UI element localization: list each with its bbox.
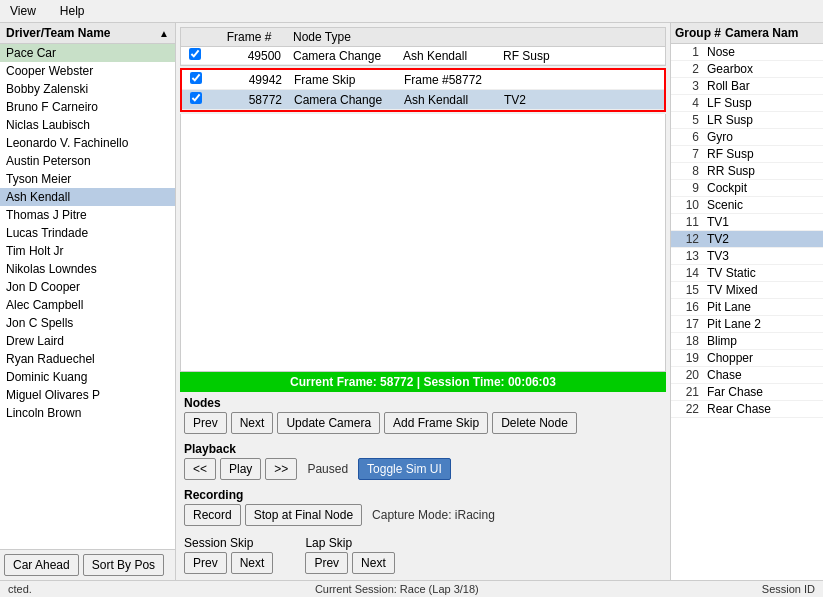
- delete-node-button[interactable]: Delete Node: [492, 412, 577, 434]
- lap-skip-buttons: Prev Next: [305, 552, 394, 574]
- camera-name: LR Susp: [707, 113, 819, 127]
- lap-skip-group: Lap Skip Prev Next: [305, 536, 394, 578]
- driver-header-label: Driver/Team Name: [6, 26, 111, 40]
- row-checkbox[interactable]: [181, 48, 209, 63]
- driver-list-item[interactable]: Lincoln Brown: [0, 404, 175, 422]
- capture-mode-label: Capture Mode: iRacing: [366, 506, 501, 524]
- camera-list-item[interactable]: 3Roll Bar: [671, 78, 823, 95]
- camera-group-number: 2: [675, 62, 707, 76]
- camera-group-number: 4: [675, 96, 707, 110]
- forward-button[interactable]: >>: [265, 458, 297, 480]
- camera-name: Gyro: [707, 130, 819, 144]
- camera-group-number: 3: [675, 79, 707, 93]
- camera-list-item[interactable]: 2Gearbox: [671, 61, 823, 78]
- driver-list-item[interactable]: Miguel Olivares P: [0, 386, 175, 404]
- driver-list-item[interactable]: Bruno F Carneiro: [0, 98, 175, 116]
- session-skip-label: Session Skip: [184, 536, 273, 550]
- camera-name: TV3: [707, 249, 819, 263]
- camera-list[interactable]: 1Nose2Gearbox3Roll Bar4LF Susp5LR Susp6G…: [671, 44, 823, 580]
- driver-list-item[interactable]: Cooper Webster: [0, 62, 175, 80]
- group-header: Group #: [675, 26, 725, 40]
- driver-list-buttons: Car Ahead Sort By Pos: [0, 549, 175, 580]
- driver-list-item[interactable]: Austin Peterson: [0, 152, 175, 170]
- camera-name: Nose: [707, 45, 819, 59]
- camera-name: LF Susp: [707, 96, 819, 110]
- row-extra2: RF Susp: [499, 49, 579, 63]
- camera-group-number: 11: [675, 215, 707, 229]
- driver-list-item[interactable]: Nikolas Lowndes: [0, 260, 175, 278]
- camera-list-item[interactable]: 5LR Susp: [671, 112, 823, 129]
- camera-list-item[interactable]: 9Cockpit: [671, 180, 823, 197]
- row-extra2: TV2: [500, 93, 580, 107]
- playback-section: Playback << Play >> Paused Toggle Sim UI: [176, 440, 670, 486]
- driver-list-item[interactable]: Dominic Kuang: [0, 368, 175, 386]
- lap-skip-next-button[interactable]: Next: [352, 552, 395, 574]
- driver-list-item[interactable]: Tim Holt Jr: [0, 242, 175, 260]
- driver-list-item[interactable]: Bobby Zalenski: [0, 80, 175, 98]
- camera-list-item[interactable]: 1Nose: [671, 44, 823, 61]
- car-ahead-button[interactable]: Car Ahead: [4, 554, 79, 576]
- camera-list-item[interactable]: 10Scenic: [671, 197, 823, 214]
- table-row[interactable]: 49500 Camera Change Ash Kendall RF Susp: [181, 47, 665, 65]
- camera-list-item[interactable]: 18Blimp: [671, 333, 823, 350]
- left-panel: Driver/Team Name ▲ Pace CarCooper Webste…: [0, 23, 176, 580]
- camera-list-item[interactable]: 15TV Mixed: [671, 282, 823, 299]
- menu-view[interactable]: View: [4, 2, 42, 20]
- driver-list-item[interactable]: Niclas Laubisch: [0, 116, 175, 134]
- driver-list-item[interactable]: Ash Kendall: [0, 188, 175, 206]
- driver-list-item[interactable]: Tyson Meier: [0, 170, 175, 188]
- update-camera-button[interactable]: Update Camera: [277, 412, 380, 434]
- camera-name: Scenic: [707, 198, 819, 212]
- table-row[interactable]: 58772 Camera Change Ash Kendall TV2: [182, 90, 664, 110]
- menu-help[interactable]: Help: [54, 2, 91, 20]
- driver-list-item[interactable]: Jon C Spells: [0, 314, 175, 332]
- camera-list-item[interactable]: 4LF Susp: [671, 95, 823, 112]
- camera-list-item[interactable]: 8RR Susp: [671, 163, 823, 180]
- stop-final-node-button[interactable]: Stop at Final Node: [245, 504, 362, 526]
- add-frame-skip-button[interactable]: Add Frame Skip: [384, 412, 488, 434]
- camera-list-item[interactable]: 17Pit Lane 2: [671, 316, 823, 333]
- camera-list-item[interactable]: 7RF Susp: [671, 146, 823, 163]
- skip-section: Session Skip Prev Next Lap Skip Prev Nex…: [176, 532, 670, 580]
- camera-name: Chase: [707, 368, 819, 382]
- camera-group-number: 14: [675, 266, 707, 280]
- record-button[interactable]: Record: [184, 504, 241, 526]
- driver-list-item[interactable]: Thomas J Pitre: [0, 206, 175, 224]
- sort-by-pos-button[interactable]: Sort By Pos: [83, 554, 164, 576]
- play-button[interactable]: Play: [220, 458, 261, 480]
- driver-list-item[interactable]: Jon D Cooper: [0, 278, 175, 296]
- lap-skip-prev-button[interactable]: Prev: [305, 552, 348, 574]
- session-skip-next-button[interactable]: Next: [231, 552, 274, 574]
- rewind-button[interactable]: <<: [184, 458, 216, 480]
- camera-list-item[interactable]: 13TV3: [671, 248, 823, 265]
- driver-list-item[interactable]: Alec Campbell: [0, 296, 175, 314]
- table-row[interactable]: 49942 Frame Skip Frame #58772: [182, 70, 664, 90]
- row-checkbox[interactable]: [182, 72, 210, 87]
- driver-list-item[interactable]: Drew Laird: [0, 332, 175, 350]
- row-nodetype: Camera Change: [290, 93, 400, 107]
- toggle-sim-ui-button[interactable]: Toggle Sim UI: [358, 458, 451, 480]
- driver-list-item[interactable]: Lucas Trindade: [0, 224, 175, 242]
- row-checkbox[interactable]: [182, 92, 210, 107]
- camera-list-item[interactable]: 6Gyro: [671, 129, 823, 146]
- driver-list-item[interactable]: Ryan Raduechel: [0, 350, 175, 368]
- driver-list-item[interactable]: Leonardo V. Fachinello: [0, 134, 175, 152]
- camera-list-item[interactable]: 21Far Chase: [671, 384, 823, 401]
- table-header: Frame # Node Type: [181, 28, 665, 47]
- playback-buttons: << Play >> Paused Toggle Sim UI: [184, 458, 662, 480]
- camera-list-item[interactable]: 14TV Static: [671, 265, 823, 282]
- middle-panel: Frame # Node Type 49500 Camera Change As…: [176, 23, 670, 580]
- camera-list-item[interactable]: 16Pit Lane: [671, 299, 823, 316]
- camera-list-item[interactable]: 19Chopper: [671, 350, 823, 367]
- camera-list-item[interactable]: 22Rear Chase: [671, 401, 823, 418]
- camera-list-item[interactable]: 12TV2: [671, 231, 823, 248]
- session-skip-group: Session Skip Prev Next: [184, 536, 273, 578]
- camera-list-item[interactable]: 20Chase: [671, 367, 823, 384]
- nodes-next-button[interactable]: Next: [231, 412, 274, 434]
- node-table: Frame # Node Type 49500 Camera Change As…: [180, 27, 666, 66]
- nodes-prev-button[interactable]: Prev: [184, 412, 227, 434]
- driver-list-scroll[interactable]: Pace CarCooper WebsterBobby ZalenskiBrun…: [0, 44, 175, 549]
- driver-list-item[interactable]: Pace Car: [0, 44, 175, 62]
- session-skip-prev-button[interactable]: Prev: [184, 552, 227, 574]
- camera-list-item[interactable]: 11TV1: [671, 214, 823, 231]
